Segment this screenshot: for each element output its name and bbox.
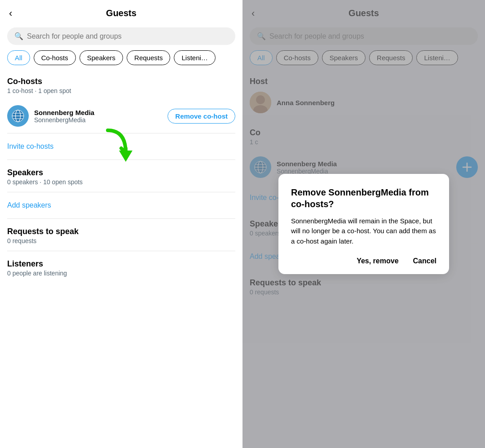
left-back-button[interactable]: ‹ xyxy=(9,9,12,18)
left-search-icon: 🔍 xyxy=(14,32,23,40)
add-speakers-link[interactable]: Add speakers xyxy=(7,194,51,217)
modal-title: Remove SonnenbergMedia from co-hosts? xyxy=(291,186,436,210)
left-header: ‹ Guests xyxy=(0,0,242,23)
divider-2 xyxy=(7,160,235,160)
modal-body: SonnenbergMedia will remain in the Space… xyxy=(291,216,436,247)
modal-cancel-button[interactable]: Cancel xyxy=(413,257,436,265)
remove-cohost-modal: Remove SonnenbergMedia from co-hosts? So… xyxy=(278,174,449,275)
left-listeners-title: Listeners xyxy=(7,253,235,270)
right-panel: ‹ Guests 🔍 All Co-hosts Speakers Request… xyxy=(242,0,485,448)
invite-cohosts-link[interactable]: Invite co-hosts xyxy=(7,135,53,158)
divider-5 xyxy=(7,251,235,251)
sonnenberg-media-row: Sonnenberg Media SonnenbergMedia Remove … xyxy=(7,101,235,131)
left-speakers-title: Speakers xyxy=(7,162,235,178)
left-tab-cohosts[interactable]: Co-hosts xyxy=(34,50,76,65)
sonnenberg-info: Sonnenberg Media SonnenbergMedia xyxy=(34,109,162,124)
modal-overlay: Remove SonnenbergMedia from co-hosts? So… xyxy=(242,0,485,448)
left-content: Co-hosts 1 co-host · 1 open spot Sonnenb… xyxy=(0,71,242,448)
left-tab-listeners[interactable]: Listeni… xyxy=(174,50,215,65)
left-requests-title: Requests to speak xyxy=(7,221,235,237)
sonnenberg-name: Sonnenberg Media xyxy=(34,109,162,116)
left-requests-subtitle: 0 requests xyxy=(7,237,235,244)
divider-3 xyxy=(7,192,235,192)
left-cohosts-title: Co-hosts xyxy=(7,71,235,87)
left-filter-tabs: All Co-hosts Speakers Requests Listeni… xyxy=(0,50,242,71)
modal-confirm-button[interactable]: Yes, remove xyxy=(357,257,398,265)
left-cohosts-subtitle: 1 co-host · 1 open spot xyxy=(7,87,235,94)
left-tab-speakers[interactable]: Speakers xyxy=(79,50,123,65)
modal-actions: Yes, remove Cancel xyxy=(291,257,436,265)
left-speakers-subtitle: 0 speakers · 10 open spots xyxy=(7,178,235,186)
left-search-input[interactable] xyxy=(27,32,228,40)
remove-cohost-button[interactable]: Remove co-host xyxy=(168,109,235,124)
sonnenberg-handle: SonnenbergMedia xyxy=(34,116,162,124)
sonnenberg-avatar xyxy=(7,105,29,127)
left-title: Guests xyxy=(106,8,137,18)
left-tab-requests[interactable]: Requests xyxy=(127,50,170,65)
left-panel: ‹ Guests 🔍 All Co-hosts Speakers Request… xyxy=(0,0,242,448)
divider-1 xyxy=(7,133,235,133)
left-tab-all[interactable]: All xyxy=(7,50,30,65)
divider-4 xyxy=(7,218,235,219)
left-listeners-subtitle: 0 people are listening xyxy=(7,270,235,277)
left-search-bar[interactable]: 🔍 xyxy=(7,27,235,45)
